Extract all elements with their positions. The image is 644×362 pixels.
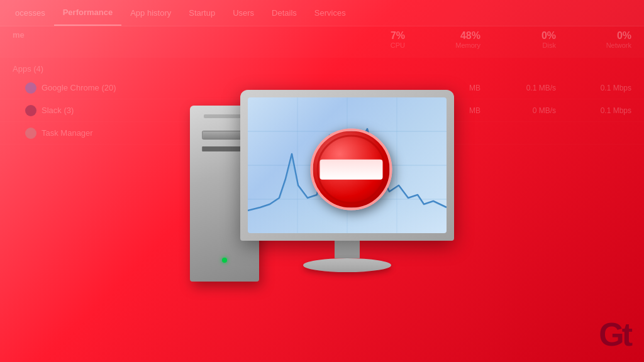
gt-logo: Gt	[599, 318, 630, 351]
center-illustration	[140, 36, 504, 326]
tower-led	[222, 258, 227, 263]
gt-logo-text: Gt	[599, 318, 630, 351]
tab-startup[interactable]: Startup	[180, 0, 224, 26]
slack-net: 0.1 Mbps	[556, 106, 631, 115]
tab-users[interactable]: Users	[224, 0, 263, 26]
slack-icon	[25, 105, 36, 116]
chrome-net: 0.1 Mbps	[556, 84, 631, 92]
no-entry-circle	[311, 129, 392, 211]
tab-app-history[interactable]: App history	[121, 0, 180, 26]
tab-bar: ocesses Performance App history Startup …	[0, 0, 644, 26]
no-entry-inner-ring	[317, 135, 386, 204]
tab-performance[interactable]: Performance	[54, 0, 121, 26]
monitor-screen	[248, 97, 447, 233]
network-stat: 0% Network	[556, 30, 631, 49]
tab-processes[interactable]: ocesses	[6, 0, 54, 26]
monitor-bezel	[240, 90, 454, 241]
chrome-icon	[25, 82, 36, 94]
no-entry-sign	[311, 129, 392, 211]
tab-services[interactable]: Services	[306, 0, 355, 26]
monitor-base	[303, 258, 391, 272]
computer-monitor	[240, 90, 454, 272]
monitor-neck	[335, 241, 360, 258]
taskmanager-icon	[25, 128, 36, 139]
tab-details[interactable]: Details	[263, 0, 306, 26]
